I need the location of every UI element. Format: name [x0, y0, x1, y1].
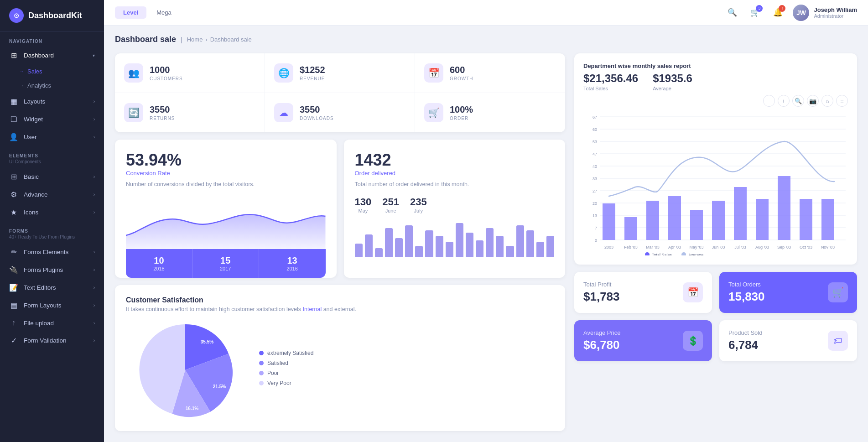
- order-month-june: 251 June: [382, 196, 399, 213]
- sidebar-item-analytics[interactable]: → Analytics: [0, 78, 104, 93]
- total-profit-value: $1,783: [583, 290, 620, 304]
- sidebar-item-basic[interactable]: ⊞ Basic ›: [0, 168, 104, 186]
- forms-section-label: FORMS: [0, 221, 104, 234]
- logo-icon: ⊙: [9, 8, 24, 23]
- sidebar-item-forms-elements[interactable]: ✏ Forms Elements ›: [0, 243, 104, 261]
- svg-text:Jun '03: Jun '03: [712, 245, 725, 250]
- search-button[interactable]: 🔍: [724, 5, 740, 21]
- svg-text:Oct '03: Oct '03: [800, 245, 812, 250]
- zoom-in-button[interactable]: +: [778, 95, 790, 107]
- zoom-out-button[interactable]: −: [763, 95, 775, 107]
- svg-rect-27: [646, 201, 659, 240]
- sidebar-item-file-upload[interactable]: ↑ File upload ›: [0, 314, 104, 332]
- product-sold-card: Product Sold 6,784 🏷: [719, 320, 857, 361]
- user-icon: 👤: [9, 133, 18, 141]
- bar: [355, 244, 363, 257]
- sales-report-card: Department wise monthly sales report $21…: [574, 53, 857, 265]
- icons-icon: ★: [9, 208, 18, 217]
- average-price-card: Average Price $6,780 💲: [574, 320, 712, 361]
- svg-text:47: 47: [593, 152, 597, 156]
- menu-button[interactable]: ≡: [836, 95, 848, 107]
- sidebar-item-dashboard[interactable]: ⊞ Dashboard ▾: [0, 47, 104, 64]
- chevron-down-icon: ▾: [93, 53, 95, 58]
- page-content: Dashboard sale | Home › Dashboard sale 👥…: [104, 26, 868, 442]
- order-july-num: 235: [410, 196, 427, 208]
- sidebar-item-widget[interactable]: ❏ Widget ›: [0, 110, 104, 128]
- notification-button[interactable]: 🔔 !: [770, 5, 785, 21]
- breadcrumb-divider: |: [181, 36, 182, 43]
- legend-satisfied: Satisfied: [259, 360, 313, 366]
- sidebar-item-label: Basic: [24, 173, 39, 180]
- svg-text:60: 60: [593, 127, 597, 132]
- average-price-icon: 💲: [683, 331, 703, 351]
- order-may-num: 130: [355, 196, 372, 208]
- search-chart-button[interactable]: 🔍: [792, 95, 804, 107]
- svg-text:2003: 2003: [604, 245, 613, 250]
- breadcrumb-chevron: ›: [205, 36, 207, 43]
- legend-label-4: Very Poor: [267, 380, 291, 386]
- tab-level[interactable]: Level: [115, 6, 146, 19]
- satisfaction-internal-link[interactable]: Internal: [302, 306, 322, 312]
- pencil-icon: ✏: [9, 248, 18, 256]
- order-value: 100%: [450, 104, 473, 115]
- tab-mega[interactable]: Mega: [148, 6, 180, 19]
- sidebar-item-advance[interactable]: ⚙ Advance ›: [0, 186, 104, 203]
- conversion-chart: [126, 194, 326, 249]
- user-profile[interactable]: JW Joseph William Administrator: [793, 5, 857, 21]
- revenue-icon: 🌐: [274, 63, 293, 83]
- avatar-initials: JW: [796, 9, 806, 16]
- sidebar-item-label: Form Layouts: [24, 302, 62, 309]
- conv-year-label-2018: 2018: [130, 266, 187, 271]
- app-logo[interactable]: ⊙ DashboardKit: [0, 0, 104, 31]
- conversion-card: 53.94% Conversion Rate Number of convers…: [115, 140, 337, 278]
- chevron-right-icon: ›: [94, 321, 95, 326]
- conversion-desc: Number of conversions divided by the tot…: [126, 180, 326, 189]
- total-sales-value: $21,356.46: [583, 72, 638, 85]
- svg-text:Nov '03: Nov '03: [821, 245, 835, 250]
- conv-year-label-2017: 2017: [197, 266, 254, 271]
- sidebar-item-label: Form Validation: [24, 337, 67, 344]
- user-name: Joseph William: [814, 6, 857, 13]
- total-profit-card: Total Profit $1,783 📅: [574, 272, 712, 313]
- sidebar-item-text-editors[interactable]: 📝 Text Editors ›: [0, 279, 104, 296]
- svg-text:40: 40: [593, 164, 597, 169]
- legend-dot-2: [259, 361, 264, 365]
- text-editor-icon: 📝: [9, 283, 18, 292]
- order-icon: 🛒: [424, 103, 443, 122]
- svg-text:Feb '03: Feb '03: [624, 245, 638, 250]
- sidebar-item-label: Widget: [24, 116, 43, 123]
- home-button[interactable]: ⌂: [821, 95, 833, 107]
- breadcrumb-home[interactable]: Home: [187, 36, 203, 43]
- camera-button[interactable]: 📷: [807, 95, 819, 107]
- svg-rect-31: [734, 187, 747, 240]
- svg-rect-32: [756, 199, 769, 240]
- bar: [466, 233, 473, 257]
- conversion-label: Conversion Rate: [126, 170, 326, 177]
- dashboard-icon: ⊞: [9, 51, 18, 60]
- bar: [375, 248, 383, 257]
- sidebar-item-icons[interactable]: ★ Icons ›: [0, 203, 104, 221]
- sidebar-item-sales[interactable]: → Sales: [0, 64, 104, 78]
- sidebar-item-layouts[interactable]: ▦ Layouts ›: [0, 93, 104, 110]
- sidebar-item-form-validation[interactable]: ✓ Form Validation ›: [0, 332, 104, 349]
- cart-button[interactable]: 🛒 3: [747, 5, 763, 21]
- svg-text:Apr '03: Apr '03: [668, 245, 681, 250]
- topbar-tabs: Level Mega: [115, 6, 719, 19]
- svg-text:Mar '03: Mar '03: [646, 245, 660, 250]
- sidebar-sub-label: Sales: [27, 68, 42, 75]
- legend-dot-4: [259, 381, 264, 385]
- main-content: Level Mega 🔍 🛒 3 🔔 ! JW Joseph William A…: [104, 0, 868, 442]
- sidebar-item-user[interactable]: 👤 User ›: [0, 128, 104, 146]
- sidebar-item-forms-plugins[interactable]: 🔌 Forms Plugins ›: [0, 261, 104, 279]
- svg-text:Total Sales: Total Sales: [652, 253, 672, 255]
- legend-dot-1: [259, 351, 264, 355]
- sidebar-item-form-layouts[interactable]: ▤ Form Layouts ›: [0, 296, 104, 314]
- average-value: $1935.6: [653, 72, 692, 85]
- report-totals: $21,356.46 Total Sales $1935.6 Average: [583, 72, 848, 91]
- order-delivered-card: 1432 Order delivered Total number of ord…: [344, 140, 566, 278]
- customer-satisfaction-card: Customer Satisfaction It takes continuou…: [115, 285, 565, 431]
- svg-text:16.1%: 16.1%: [186, 406, 198, 411]
- revenue-label: REVENUE: [300, 76, 325, 81]
- conv-num-2016: 13: [264, 255, 321, 266]
- conv-year-2016: 13 2016: [259, 249, 326, 278]
